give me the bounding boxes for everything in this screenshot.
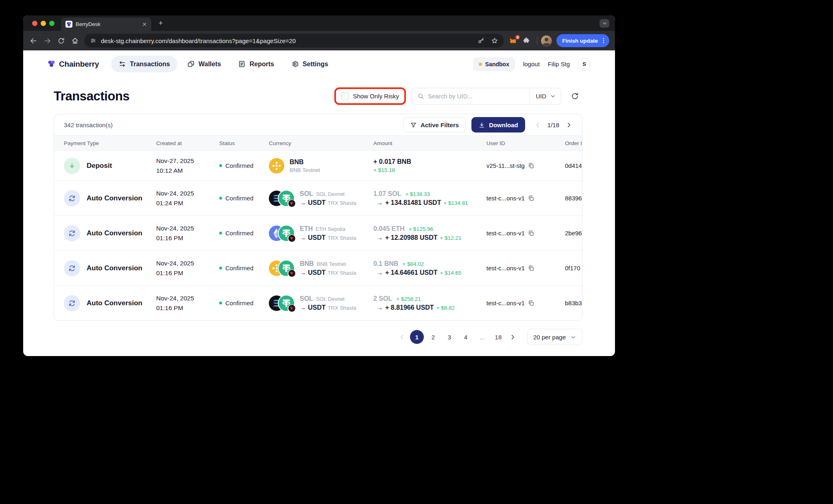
- pagination-page-18[interactable]: 18: [491, 330, 505, 344]
- pager-prev-button[interactable]: [534, 122, 541, 128]
- active-filters-button[interactable]: Active Filters: [403, 117, 466, 133]
- table: Payment TypeCreated atStatusCurrencyAmou…: [54, 135, 582, 320]
- created-time: 10:12 AM: [156, 166, 214, 175]
- forward-button[interactable]: [40, 34, 54, 48]
- copy-icon[interactable]: [528, 162, 534, 169]
- tab-close-icon[interactable]: ✕: [141, 21, 148, 28]
- table-row[interactable]: Auto Conversion Nov-24, 2025 01:24 PM Co…: [54, 180, 582, 215]
- created-time: 01:16 PM: [156, 303, 214, 313]
- page-size-select[interactable]: 20 per page: [527, 329, 582, 345]
- nav-wallets[interactable]: Wallets: [180, 56, 228, 72]
- browser-profile-avatar[interactable]: [541, 35, 552, 46]
- pagination-ellipsis: ...: [475, 330, 489, 344]
- search-icon: [417, 93, 424, 100]
- chevron-down-icon: [602, 21, 607, 26]
- browser-tab[interactable]: BerryDesk ✕: [61, 17, 151, 31]
- pagination-page-3[interactable]: 3: [443, 330, 456, 344]
- new-tab-button[interactable]: +: [155, 17, 167, 29]
- reload-button[interactable]: [54, 34, 68, 48]
- pagination-page-2[interactable]: 2: [426, 330, 440, 344]
- copy-icon[interactable]: [528, 195, 534, 202]
- home-button[interactable]: [68, 34, 82, 48]
- browser-window: BerryDesk ✕ + desk-stg.chainberry.com/da…: [23, 15, 615, 356]
- wallet-extension-button[interactable]: 9: [506, 34, 519, 47]
- primary-nav: Transactions Wallets Reports Settings: [111, 56, 336, 72]
- conversion-icon: [64, 295, 80, 311]
- arrow-right-icon: →: [377, 234, 383, 241]
- arrow-right-icon: →: [300, 304, 306, 311]
- download-icon: [478, 122, 485, 128]
- copy-icon[interactable]: [528, 265, 534, 272]
- pager-next-button[interactable]: [565, 122, 572, 128]
- from-network: ETH Sepolia: [316, 226, 345, 232]
- back-button[interactable]: [26, 34, 40, 48]
- sandbox-dot-icon: [479, 63, 482, 66]
- to-network: TRX Shasta: [328, 305, 356, 311]
- brand-logo[interactable]: Chainberry: [47, 59, 99, 69]
- payment-type: Auto Conversion: [87, 264, 142, 272]
- status-dot-icon: [219, 232, 222, 235]
- search-input[interactable]: [428, 93, 525, 100]
- extensions-button[interactable]: [519, 34, 533, 48]
- usdt-coin-icon: [278, 225, 295, 242]
- arrow-right-icon: →: [300, 199, 306, 206]
- tab-search-button[interactable]: [600, 19, 609, 28]
- download-button[interactable]: Download: [471, 117, 525, 133]
- coin-pair-icon: [269, 224, 295, 242]
- table-row[interactable]: Auto Conversion Nov-24, 2025 01:16 PM Co…: [54, 250, 582, 285]
- pagination-page-1[interactable]: 1: [410, 330, 424, 344]
- trx-network-badge-icon: [288, 269, 296, 278]
- nav-transactions[interactable]: Transactions: [111, 56, 177, 72]
- to-amount: + 14.64661 USDT: [385, 269, 438, 276]
- address-bar[interactable]: desk-stg.chainberry.com/dashboard/transa…: [84, 34, 504, 48]
- pagination-next-button[interactable]: [507, 330, 519, 344]
- usdt-coin-icon: [278, 295, 295, 312]
- main-content: Transactions Show Only Risky UID: [23, 78, 615, 356]
- bookmark-star-icon[interactable]: [491, 37, 498, 44]
- close-window-button[interactable]: [32, 21, 37, 26]
- to-coin: USDT: [308, 234, 326, 241]
- minimize-window-button[interactable]: [41, 21, 46, 26]
- copy-icon[interactable]: [528, 300, 534, 306]
- copy-icon[interactable]: [528, 230, 534, 237]
- pagination-prev-button[interactable]: [396, 330, 408, 344]
- logout-link[interactable]: logout: [523, 61, 540, 67]
- chevron-down-icon: [570, 334, 576, 340]
- environment-badge: Sandbox: [473, 57, 515, 71]
- refresh-icon: [571, 92, 579, 100]
- search-filter-select[interactable]: UID: [529, 88, 561, 104]
- coin-pair-icon: [269, 189, 295, 207]
- status-dot-icon: [219, 302, 222, 304]
- refresh-button[interactable]: [567, 89, 582, 104]
- conversion-icon: [64, 225, 80, 241]
- table-header: Payment TypeCreated atStatusCurrencyAmou…: [54, 135, 582, 150]
- browser-menu-icon[interactable]: [600, 37, 607, 44]
- created-date: Nov-24, 2025: [156, 224, 214, 233]
- payment-type: Auto Conversion: [87, 229, 142, 237]
- table-row[interactable]: Auto Conversion Nov-24, 2025 01:16 PM Co…: [54, 215, 582, 250]
- to-amount: + 134.81481 USDT: [385, 199, 441, 206]
- user-avatar[interactable]: S: [578, 58, 591, 70]
- tab-strip: BerryDesk ✕ +: [23, 15, 615, 31]
- show-only-risky-checkbox[interactable]: [341, 92, 349, 100]
- maximize-window-button[interactable]: [49, 21, 55, 26]
- from-network: SOL Devnet: [316, 296, 345, 302]
- page-title: Transactions: [54, 89, 129, 104]
- user-id: test-c...ons-v1: [486, 300, 525, 306]
- nav-settings[interactable]: Settings: [284, 56, 336, 72]
- from-coin: SOL: [300, 295, 313, 302]
- to-amount: + 12.20988 USDT: [385, 234, 438, 241]
- table-row[interactable]: Auto Conversion Nov-24, 2025 01:16 PM Co…: [54, 285, 582, 320]
- from-coin: ETH: [300, 225, 313, 232]
- table-row[interactable]: Deposit Nov-27, 2025 10:12 AM Confirmed …: [54, 150, 582, 180]
- to-amount-usd: + $8.82: [436, 305, 455, 311]
- column-header: Order ID: [565, 140, 582, 146]
- pagination-page-4[interactable]: 4: [459, 330, 473, 344]
- trx-network-badge-icon: [288, 200, 296, 208]
- finish-update-button[interactable]: Finish update: [556, 34, 609, 47]
- nav-reports[interactable]: Reports: [231, 56, 281, 72]
- site-info-icon[interactable]: [90, 37, 96, 44]
- password-key-icon[interactable]: [478, 37, 485, 44]
- transaction-count: 342 transaction(s): [64, 122, 113, 128]
- amount: + 0.017 BNB: [373, 158, 482, 165]
